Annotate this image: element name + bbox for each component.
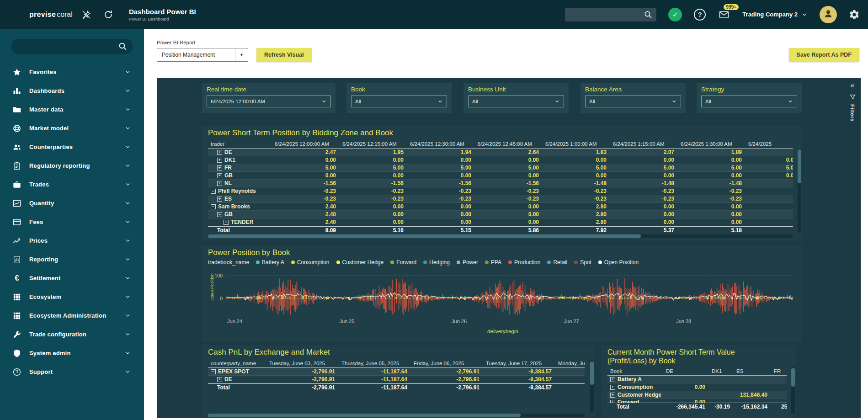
slicer-real-time-date-dropdown[interactable]: 6/24/2025 12:00:00 AM xyxy=(207,96,331,107)
expand-toggle[interactable]: + xyxy=(217,173,222,178)
chevron-down-icon[interactable] xyxy=(125,125,134,131)
refresh-icon[interactable] xyxy=(103,10,113,20)
save-pdf-button[interactable]: Save Report As PDF xyxy=(789,48,859,62)
slicer-strategy-dropdown[interactable]: All xyxy=(701,96,797,107)
slicer-balance-area-dropdown[interactable]: All xyxy=(585,96,681,107)
chevron-down-icon[interactable] xyxy=(125,163,134,169)
position-table-hscrollbar[interactable] xyxy=(208,234,793,238)
column-header[interactable]: 6/24/2025 12:45:00 AM xyxy=(475,141,543,147)
expand-toggle[interactable]: + xyxy=(217,158,222,163)
header-search[interactable] xyxy=(565,8,656,21)
legend-item-production[interactable]: Production xyxy=(508,259,540,266)
sidebar-search[interactable] xyxy=(11,39,133,54)
report-select[interactable]: Position Management ▼ xyxy=(157,48,248,62)
chevron-down-icon[interactable] xyxy=(125,144,134,150)
column-header[interactable]: 6/24/2025 xyxy=(746,141,793,147)
sidebar-item-regulatory-reporting[interactable]: Regulatory reporting xyxy=(0,156,144,175)
notifications-button[interactable]: 999+ xyxy=(718,9,730,20)
company-selector[interactable]: Trading Company 2 xyxy=(742,11,808,18)
chevron-down-icon[interactable] xyxy=(125,369,134,375)
expand-toggle[interactable]: + xyxy=(610,400,615,403)
chevron-down-icon[interactable] xyxy=(125,275,134,281)
legend-item-customer-hedge[interactable]: Customer Hedge xyxy=(336,259,384,266)
sidebar-item-support[interactable]: Support xyxy=(0,362,144,381)
legend-item-open-position[interactable]: Open Position xyxy=(598,259,639,266)
refresh-visual-button[interactable]: Refresh Visual xyxy=(256,48,312,62)
column-header[interactable]: DE xyxy=(663,368,709,374)
expand-toggle[interactable]: − xyxy=(211,204,216,209)
chevron-down-icon[interactable] xyxy=(125,350,134,356)
column-header[interactable]: 6/24/2025 12:15:00 AM xyxy=(340,141,407,147)
column-header[interactable]: Monday, Jun xyxy=(555,361,585,366)
column-header[interactable]: Book xyxy=(607,368,663,374)
month-table-vscrollbar[interactable] xyxy=(791,367,795,414)
sidebar-item-quantity[interactable]: Quantity xyxy=(0,194,144,213)
column-header[interactable]: ES xyxy=(734,368,771,374)
chevron-down-icon[interactable] xyxy=(125,294,134,300)
chevron-down-icon[interactable] xyxy=(125,88,134,94)
sidebar-item-counterparties[interactable]: Counterparties xyxy=(0,138,144,156)
column-header[interactable]: Tuesday, June 17, 2025 xyxy=(483,361,555,366)
column-header[interactable]: 6/24/2025 1:30:00 AM xyxy=(678,141,746,147)
column-header[interactable]: trader xyxy=(208,141,272,147)
header-search-input[interactable] xyxy=(565,8,656,21)
chevron-down-icon[interactable] xyxy=(125,181,134,187)
help-icon[interactable]: ? xyxy=(694,9,706,21)
chevron-down-icon[interactable] xyxy=(125,313,134,319)
chevron-down-icon[interactable] xyxy=(125,200,134,206)
expand-toggle[interactable]: − xyxy=(211,189,216,194)
chevron-down-icon[interactable] xyxy=(125,69,134,75)
sidebar-item-trade-configuration[interactable]: Trade configuration xyxy=(0,325,144,344)
legend-item-power[interactable]: Power xyxy=(457,259,478,266)
expand-toggle[interactable]: + xyxy=(217,165,222,170)
expand-toggle[interactable]: + xyxy=(217,150,222,155)
search-icon[interactable] xyxy=(644,10,653,19)
expand-toggle[interactable]: − xyxy=(217,212,222,217)
legend-item-retail[interactable]: Retail xyxy=(547,259,567,266)
sidebar-item-system-admin[interactable]: System admin xyxy=(0,344,144,362)
expand-toggle[interactable]: + xyxy=(217,377,222,382)
sidebar-item-prices[interactable]: Prices xyxy=(0,231,144,250)
column-header[interactable]: 6/24/2025 1:00:00 AM xyxy=(543,141,610,147)
sidebar-item-settlement[interactable]: €Settlement xyxy=(0,269,144,287)
column-header[interactable]: Friday, June 06, 2025 xyxy=(411,361,483,366)
sidebar-item-dashboards[interactable]: Dashboards xyxy=(0,81,144,100)
chevron-down-icon[interactable] xyxy=(125,256,134,262)
expand-toggle[interactable]: − xyxy=(211,369,216,374)
slicer-business-unit-dropdown[interactable]: All xyxy=(468,96,564,107)
column-header[interactable]: 6/24/2025 12:30:00 AM xyxy=(407,141,475,147)
column-header[interactable]: 6/24/2025 12:00:00 AM xyxy=(272,141,340,147)
column-header[interactable]: Tuesday, June 03, 2025 xyxy=(266,361,339,366)
column-header[interactable]: DK1 xyxy=(709,368,734,374)
expand-filters-icon[interactable]: « xyxy=(851,82,855,89)
column-header[interactable]: Thursday, June 05, 2025 xyxy=(339,361,411,366)
sidebar-search-input[interactable] xyxy=(11,39,133,54)
sidebar-item-ecosystem[interactable]: Ecosystem xyxy=(0,287,144,306)
expand-toggle[interactable]: + xyxy=(610,385,615,390)
expand-toggle[interactable]: + xyxy=(610,393,615,398)
column-header[interactable]: counterparty_name xyxy=(208,361,266,366)
slicer-book-dropdown[interactable]: All xyxy=(351,96,447,107)
filters-pane[interactable]: « Filters xyxy=(844,78,861,418)
expand-toggle[interactable]: + xyxy=(224,220,229,225)
chevron-down-icon[interactable] xyxy=(125,219,134,225)
sidebar-item-reporting[interactable]: Reporting xyxy=(0,250,144,269)
chevron-down-icon[interactable] xyxy=(125,106,134,112)
legend-item-spot[interactable]: Spot xyxy=(574,259,591,266)
sidebar-item-ecosystem-administration[interactable]: Ecosystem Administration xyxy=(0,306,144,325)
avatar[interactable] xyxy=(820,6,837,23)
cash-table-vscrollbar[interactable] xyxy=(590,361,594,412)
sidebar-item-market-model[interactable]: Market model xyxy=(0,119,144,138)
sidebar-item-trades[interactable]: Trades xyxy=(0,175,144,194)
gear-icon[interactable] xyxy=(849,9,860,20)
column-header[interactable]: FR xyxy=(771,368,787,374)
expand-toggle[interactable]: + xyxy=(217,181,222,186)
chevron-down-icon[interactable] xyxy=(125,238,134,244)
position-table-vscrollbar[interactable] xyxy=(798,149,801,233)
cash-table-hscrollbar[interactable] xyxy=(208,414,585,417)
expand-toggle[interactable]: + xyxy=(610,377,615,382)
legend-item-forward[interactable]: Forward xyxy=(390,259,416,266)
expand-toggle[interactable]: + xyxy=(217,197,222,202)
sidebar-item-favorites[interactable]: Favorites xyxy=(0,63,144,81)
sidebar-item-fees[interactable]: Fees xyxy=(0,213,144,231)
